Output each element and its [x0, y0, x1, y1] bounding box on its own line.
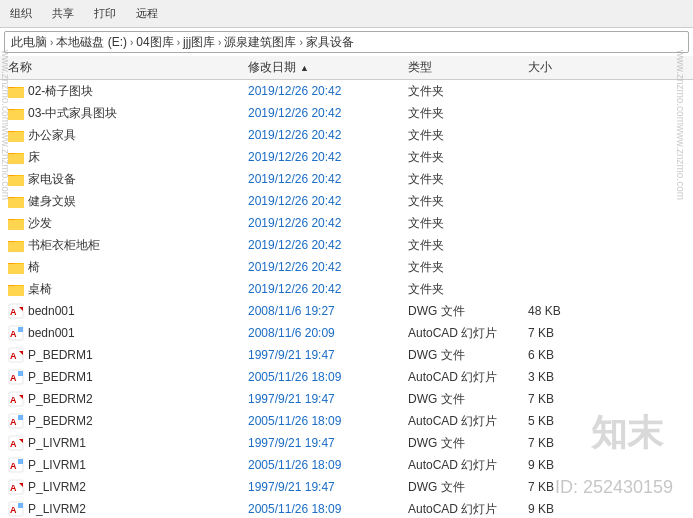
table-row[interactable]: A P_BEDRM12005/11/26 18:09AutoCAD 幻灯片3 K… [0, 366, 693, 388]
print-button[interactable]: 打印 [88, 4, 122, 23]
file-date: 2005/11/26 18:09 [248, 370, 408, 384]
file-type: AutoCAD 幻灯片 [408, 501, 528, 518]
file-name: 桌椅 [28, 281, 52, 298]
folder-icon [8, 172, 24, 186]
table-row[interactable]: A P_BEDRM11997/9/21 19:47DWG 文件6 KB [0, 344, 693, 366]
slide-icon: A [8, 369, 24, 385]
table-row[interactable]: 书柜衣柜地柜2019/12/26 20:42文件夹 [0, 234, 693, 256]
remote-button[interactable]: 远程 [130, 4, 164, 23]
file-date: 2019/12/26 20:42 [248, 150, 408, 164]
file-date: 2005/11/26 18:09 [248, 458, 408, 472]
file-size: 7 KB [528, 436, 608, 450]
arrow-icon-2: › [130, 37, 133, 48]
column-headers: 名称 修改日期 ▲ 类型 大小 [0, 56, 693, 80]
table-row[interactable]: 床2019/12/26 20:42文件夹 [0, 146, 693, 168]
address-segment-0[interactable]: 本地磁盘 (E:) [56, 34, 127, 51]
file-name-cell: A P_LIVRM2 [8, 501, 248, 517]
file-name-cell: A P_LIVRM1 [8, 457, 248, 473]
col-date-header[interactable]: 修改日期 ▲ [248, 59, 408, 76]
table-row[interactable]: 办公家具2019/12/26 20:42文件夹 [0, 124, 693, 146]
table-row[interactable]: 家电设备2019/12/26 20:42文件夹 [0, 168, 693, 190]
file-name: P_BEDRM1 [28, 348, 93, 362]
table-row[interactable]: A bedn0012008/11/6 19:27DWG 文件48 KB [0, 300, 693, 322]
file-type: 文件夹 [408, 281, 528, 298]
table-row[interactable]: A bedn0012008/11/6 20:09AutoCAD 幻灯片7 KB [0, 322, 693, 344]
dwg-icon: A [8, 347, 24, 363]
file-name: 沙发 [28, 215, 52, 232]
file-date: 2005/11/26 18:09 [248, 414, 408, 428]
file-type: 文件夹 [408, 171, 528, 188]
folder-icon [8, 216, 24, 230]
file-type: DWG 文件 [408, 479, 528, 496]
file-type: 文件夹 [408, 105, 528, 122]
file-size: 6 KB [528, 348, 608, 362]
svg-rect-23 [8, 242, 24, 252]
table-row[interactable]: A P_LIVRM12005/11/26 18:09AutoCAD 幻灯片9 K… [0, 454, 693, 476]
file-name: 02-椅子图块 [28, 83, 93, 100]
file-date: 2019/12/26 20:42 [248, 128, 408, 142]
svg-rect-2 [8, 88, 24, 98]
file-size: 48 KB [528, 304, 608, 318]
address-prefix[interactable]: 此电脑 [11, 34, 47, 51]
dwg-icon: A [8, 303, 24, 319]
table-row[interactable]: A P_BEDRM22005/11/26 18:09AutoCAD 幻灯片5 K… [0, 410, 693, 432]
svg-rect-29 [8, 286, 24, 296]
table-row[interactable]: 沙发2019/12/26 20:42文件夹 [0, 212, 693, 234]
file-type: 文件夹 [408, 149, 528, 166]
file-name-cell: A P_BEDRM2 [8, 413, 248, 429]
address-segment-4[interactable]: 家具设备 [306, 34, 354, 51]
file-date: 1997/9/21 19:47 [248, 436, 408, 450]
file-name: P_LIVRM1 [28, 436, 86, 450]
table-row[interactable]: A P_LIVRM21997/9/21 19:47DWG 文件7 KB [0, 476, 693, 498]
file-name: P_BEDRM1 [28, 370, 93, 384]
file-name-cell: A P_LIVRM1 [8, 435, 248, 451]
file-name-cell: 02-椅子图块 [8, 83, 248, 100]
table-row[interactable]: 桌椅2019/12/26 20:42文件夹 [0, 278, 693, 300]
arrow-icon-3: › [177, 37, 180, 48]
file-date: 1997/9/21 19:47 [248, 348, 408, 362]
svg-rect-11 [8, 154, 24, 164]
table-row[interactable]: 健身文娱2019/12/26 20:42文件夹 [0, 190, 693, 212]
file-date: 2019/12/26 20:42 [248, 216, 408, 230]
folder-icon [8, 106, 24, 120]
file-name-cell: 03-中式家具图块 [8, 105, 248, 122]
table-row[interactable]: A P_BEDRM21997/9/21 19:47DWG 文件7 KB [0, 388, 693, 410]
file-name-cell: A P_LIVRM2 [8, 479, 248, 495]
col-type-header[interactable]: 类型 [408, 59, 528, 76]
table-row[interactable]: A P_LIVRM11997/9/21 19:47DWG 文件7 KB [0, 432, 693, 454]
file-size: 7 KB [528, 326, 608, 340]
col-size-header[interactable]: 大小 [528, 59, 608, 76]
file-size: 9 KB [528, 502, 608, 516]
table-row[interactable]: 02-椅子图块2019/12/26 20:42文件夹 [0, 80, 693, 102]
col-name-header[interactable]: 名称 [8, 59, 248, 76]
organize-button[interactable]: 组织 [4, 4, 38, 23]
file-date: 2005/11/26 18:09 [248, 502, 408, 516]
address-segment-2[interactable]: jjj图库 [183, 34, 215, 51]
file-type: 文件夹 [408, 83, 528, 100]
address-bar[interactable]: 此电脑 › 本地磁盘 (E:) › 04图库 › jjj图库 › 源泉建筑图库 … [4, 31, 689, 53]
file-type: 文件夹 [408, 237, 528, 254]
file-type: AutoCAD 幻灯片 [408, 413, 528, 430]
toolbar: 组织 共享 打印 远程 [0, 0, 693, 28]
file-type: DWG 文件 [408, 303, 528, 320]
svg-rect-47 [18, 415, 23, 420]
folder-icon [8, 194, 24, 208]
dwg-icon: A [8, 435, 24, 451]
svg-rect-26 [8, 264, 24, 274]
file-date: 1997/9/21 19:47 [248, 480, 408, 494]
svg-text:A: A [10, 461, 17, 471]
address-segment-1[interactable]: 04图库 [136, 34, 173, 51]
svg-text:A: A [10, 505, 17, 515]
file-type: AutoCAD 幻灯片 [408, 369, 528, 386]
table-row[interactable]: 03-中式家具图块2019/12/26 20:42文件夹 [0, 102, 693, 124]
file-date: 2019/12/26 20:42 [248, 260, 408, 274]
address-segment-3[interactable]: 源泉建筑图库 [224, 34, 296, 51]
table-row[interactable]: 椅2019/12/26 20:42文件夹 [0, 256, 693, 278]
arrow-icon-1: › [50, 37, 53, 48]
file-size: 7 KB [528, 392, 608, 406]
file-name: 书柜衣柜地柜 [28, 237, 100, 254]
file-type: DWG 文件 [408, 347, 528, 364]
share-button[interactable]: 共享 [46, 4, 80, 23]
file-type: 文件夹 [408, 259, 528, 276]
table-row[interactable]: A P_LIVRM22005/11/26 18:09AutoCAD 幻灯片9 K… [0, 498, 693, 518]
